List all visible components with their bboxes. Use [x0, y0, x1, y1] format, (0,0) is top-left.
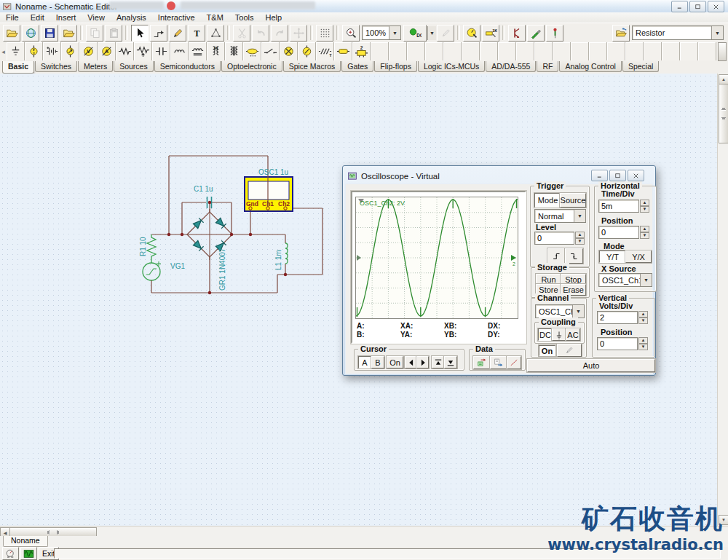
trigger-level-spinner[interactable]: 0 ▲▼ — [534, 232, 585, 245]
palette-transformer-icon[interactable] — [225, 42, 243, 60]
spin-down-icon[interactable]: ▼ — [640, 232, 649, 239]
minimize-button[interactable] — [591, 170, 608, 181]
palette-voltage-source-icon[interactable] — [25, 42, 43, 60]
palette-scroll-left[interactable]: ◂ — [0, 42, 7, 61]
chevron-down-icon[interactable]: ▼ — [572, 305, 584, 318]
coupling-ac-button[interactable]: AC — [566, 328, 580, 341]
pen-tool-button[interactable] — [169, 25, 186, 42]
coupling-ground-button[interactable] — [552, 328, 566, 341]
menu-item-analysis[interactable]: Analysis — [111, 12, 152, 23]
time-div-spinner[interactable]: 5m ▲▼ — [598, 200, 649, 213]
spin-down-icon[interactable]: ▼ — [640, 206, 649, 213]
tab-semiconductors[interactable]: Semiconductors — [154, 61, 221, 72]
palette-lamp-icon[interactable] — [280, 42, 298, 60]
vertical-scroll-thumb[interactable] — [719, 84, 728, 143]
palette-coupled-inductors-icon[interactable]: M — [207, 42, 225, 60]
grid-toggle-button[interactable] — [316, 25, 333, 42]
menu-item-tm[interactable]: T&M — [201, 12, 229, 23]
save-button[interactable] — [41, 25, 58, 42]
interactive-meter-button[interactable] — [463, 25, 480, 42]
tab-ad-da-555[interactable]: AD/DA-555 — [486, 61, 536, 72]
palette-crystal-icon[interactable] — [243, 42, 261, 60]
vertical-scrollbar[interactable]: ▲ ▼ — [717, 74, 728, 526]
menu-item-help[interactable]: Help — [260, 12, 288, 23]
interactive-pin-button[interactable] — [546, 25, 563, 42]
trigger-mode-button[interactable]: Mode — [534, 193, 561, 208]
schematic-canvas[interactable]: Gnd Ch1 Ch2 OSC1 1u C1 1u R1 10 VG1 GR1 — [0, 74, 728, 526]
component-oscilloscope-osc1[interactable]: Gnd Ch1 Ch2 — [245, 156, 293, 211]
cursor-b-button[interactable]: B — [371, 356, 384, 368]
spin-up-icon[interactable]: ▲ — [575, 232, 585, 238]
menu-item-view[interactable]: View — [82, 12, 111, 23]
palette-potentiometer-icon[interactable] — [134, 42, 152, 60]
multimeter-button[interactable] — [2, 547, 19, 560]
wires[interactable] — [151, 156, 323, 293]
palette-motor-icon[interactable] — [298, 42, 316, 60]
find-component-button[interactable] — [612, 25, 630, 42]
palette-ammeter-icon[interactable]: A — [98, 42, 116, 60]
menu-item-file[interactable]: File — [0, 12, 25, 23]
palette-inductor-icon[interactable] — [170, 42, 189, 60]
cursor-bottom-button[interactable] — [444, 356, 457, 368]
minimize-button[interactable] — [671, 1, 688, 12]
menu-item-insert[interactable]: Insert — [50, 12, 82, 23]
spin-up-icon[interactable]: ▲ — [638, 311, 648, 318]
tab-logic-ics-mcus[interactable]: Logic ICs-MCUs — [418, 61, 485, 72]
redo-button[interactable] — [271, 25, 288, 42]
trigger-source-button[interactable]: Source — [560, 193, 586, 208]
chevron-down-icon[interactable]: ▼ — [640, 274, 652, 286]
spin-up-icon[interactable]: ▲ — [640, 200, 649, 206]
spin-up-icon[interactable]: ▲ — [638, 337, 648, 344]
palette-switch-icon[interactable] — [261, 42, 280, 60]
menu-item-interactive[interactable]: Interactive — [152, 12, 201, 23]
select-tool-button[interactable] — [131, 25, 149, 42]
palette-ground-icon[interactable] — [7, 42, 25, 60]
tab-meters[interactable]: Meters — [78, 61, 113, 72]
dc-mode-button[interactable]: DC — [403, 25, 427, 42]
dc-mode-dropdown[interactable]: ▼ — [427, 26, 436, 40]
close-button[interactable] — [708, 1, 724, 12]
chevron-down-icon[interactable]: ▼ — [389, 26, 400, 39]
undo-button[interactable] — [252, 25, 269, 42]
palette-battery-icon[interactable] — [43, 42, 61, 60]
tab-basic[interactable]: Basic — [2, 61, 34, 74]
cursor-right-button[interactable] — [416, 356, 429, 368]
palette-voltage-generator-icon[interactable] — [61, 42, 79, 60]
tab-spice-macros[interactable]: Spice Macros — [283, 61, 341, 72]
trigger-mode-select[interactable]: Normal ▼ — [534, 209, 586, 223]
move-button[interactable] — [290, 25, 307, 42]
cursor-a-button[interactable]: A — [358, 356, 371, 368]
document-tab-noname[interactable]: Noname — [3, 536, 48, 547]
vertical-position-spinner[interactable]: 0 ▲▼ — [597, 337, 648, 350]
cursor-left-button[interactable] — [405, 356, 417, 368]
horizontal-scrollbar[interactable]: ◀ — [0, 526, 728, 537]
palette-two-port-icon[interactable]: 2 — [352, 42, 371, 60]
tab-gates[interactable]: Gates — [341, 61, 373, 72]
palette-triac-icon[interactable]: T — [316, 42, 334, 60]
scroll-up-button[interactable]: ▲ — [719, 74, 728, 84]
menu-item-tools[interactable]: Tools — [229, 12, 260, 23]
scroll-down-button[interactable]: ▼ — [719, 515, 728, 525]
cursor-top-button[interactable] — [432, 356, 445, 368]
copy-button[interactable] — [86, 25, 103, 42]
tab-sources[interactable]: Sources — [114, 61, 154, 72]
maximize-button[interactable] — [689, 1, 706, 12]
curve-button[interactable] — [507, 356, 521, 369]
text-tool-button[interactable]: T — [188, 25, 205, 42]
yt-mode-button[interactable]: Y/T — [599, 251, 626, 263]
volts-div-spinner[interactable]: 2 ▲▼ — [597, 311, 648, 324]
maximize-button[interactable] — [609, 170, 626, 181]
palette-resistor-icon[interactable] — [116, 42, 134, 60]
channel-select[interactable]: OSC1_Ch2 ▼ — [535, 304, 585, 318]
component-resistor-r1[interactable] — [147, 234, 156, 263]
yx-mode-button[interactable]: Y/X — [625, 251, 652, 263]
shape-tool-button[interactable] — [207, 25, 224, 42]
cut-button[interactable] — [233, 25, 250, 42]
open-project-button[interactable] — [60, 25, 77, 42]
palette-scrollbar[interactable] — [718, 42, 727, 61]
tab-optoelectronic[interactable]: Optoelectronic — [221, 61, 282, 72]
menu-item-edit[interactable]: Edit — [25, 12, 50, 23]
probe-tool-button[interactable] — [437, 25, 454, 42]
zoom-tool-button[interactable] — [342, 25, 360, 42]
tab-flip-flops[interactable]: Flip-flops — [374, 61, 417, 72]
